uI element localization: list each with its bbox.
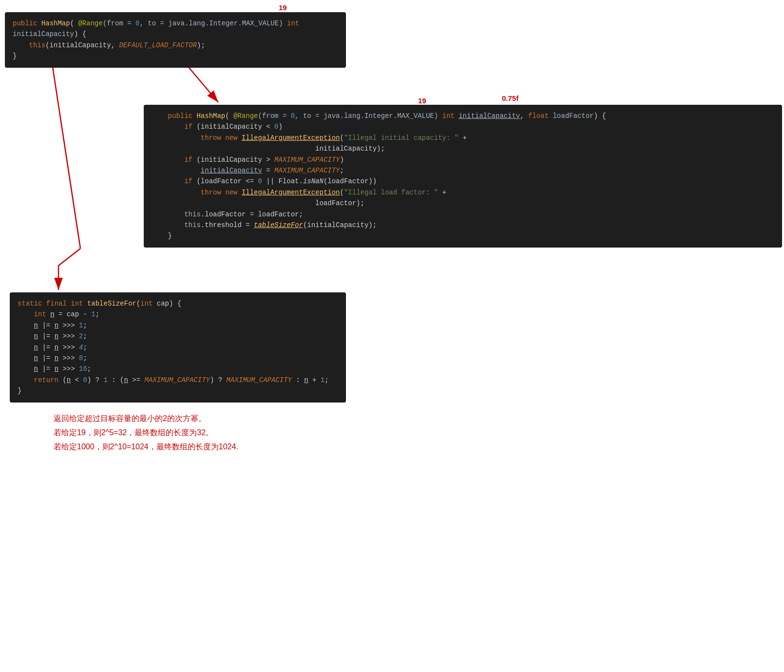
code-line: this.loadFactor = loadFactor; [152,209,774,220]
annotation-19-mid: 19 [418,96,426,105]
chinese-line-2: 若给定19，则2^5=32，最终数组的长度为32。 [54,426,238,440]
code-line: if (initialCapacity < 0) [152,121,774,132]
code-line: n |= n >>> 8; [18,353,338,364]
chinese-line-1: 返回给定超过目标容量的最小的2的次方幂。 [54,412,238,426]
code-line: this(initialCapacity, DEFAULT_LOAD_FACTO… [13,40,338,51]
code-block-2: public HashMap( @Range(from = 0, to = ja… [144,105,782,248]
code-line: n |= n >>> 1; [18,320,338,331]
code-line: n |= n >>> 4; [18,342,338,353]
code-line: n |= n >>> 2; [18,331,338,342]
page-container: 19 public HashMap( @Range(from = 0, to =… [0,0,784,672]
code-line: this.threshold = tableSizeFor(initialCap… [152,220,774,230]
annotation-075f: 0.75f [502,94,518,102]
code-block-3: static final int tableSizeFor(int cap) {… [10,292,346,403]
code-line: throw new IllegalArgumentException("Ille… [152,133,774,143]
code-line: static final int tableSizeFor(int cap) { [18,298,338,309]
chinese-line-3: 若给定1000，则2^10=1024，最终数组的长度为1024. [54,440,238,454]
svg-line-3 [58,249,80,266]
code-line: initialCapacity = MAXIMUM_CAPACITY; [152,165,774,176]
code-line: } [152,230,774,241]
code-line: throw new IllegalArgumentException("Ille… [152,187,774,198]
code-line: } [18,385,338,396]
code-line: public HashMap( @Range(from = 0, to = ja… [152,111,774,121]
code-block-1: public HashMap( @Range(from = 0, to = ja… [5,12,346,68]
code-line: if (initialCapacity > MAXIMUM_CAPACITY) [152,154,774,165]
svg-line-4 [49,41,80,249]
code-line: if (loadFactor <= 0 || Float.isNaN(loadF… [152,176,774,187]
annotation-19-top: 19 [279,3,287,12]
chinese-annotation: 返回给定超过目标容量的最小的2的次方幂。 若给定19，则2^5=32，最终数组的… [54,412,238,454]
code-line: initialCapacity); [152,143,774,154]
code-line: loadFactor); [152,198,774,209]
code-line: } [13,51,338,61]
code-line: public HashMap( @Range(from = 0, to = ja… [13,18,338,40]
code-line: n |= n >>> 16; [18,364,338,374]
code-line: int n = cap - 1; [18,309,338,320]
code-line: return (n < 0) ? 1 : (n >= MAXIMUM_CAPAC… [18,375,338,385]
